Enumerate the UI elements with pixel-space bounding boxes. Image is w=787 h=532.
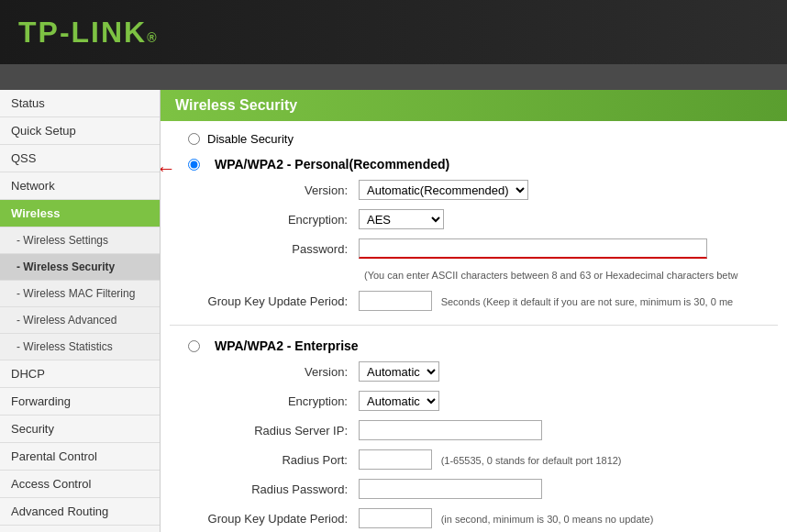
group-key-input-enterprise[interactable]: 0 [359,508,432,528]
version-row-personal: Version: Automatic(Recommended) WPA WPA2 [188,175,787,205]
sidebar-item-wireless[interactable]: Wireless [0,200,160,227]
version-select-enterprise[interactable]: Automatic WPA WPA2 [359,361,439,382]
wpa-personal-label: WPA/WPA2 - Personal(Recommended) [215,157,449,172]
password-row: Password: [188,234,787,263]
sidebar-item-wireless-statistics[interactable]: - Wireless Statistics [0,334,160,360]
version-row-enterprise: Version: Automatic WPA WPA2 [188,357,787,386]
version-label-enterprise: Version: [188,357,353,386]
radius-port-label: Radius Port: [188,445,353,474]
radius-password-input[interactable] [359,479,542,499]
sidebar-item-qss[interactable]: QSS [0,145,160,172]
sidebar-item-security[interactable]: Security [0,416,160,443]
disable-security-label: Disable Security [207,132,294,146]
sidebar: StatusQuick SetupQSSNetworkWireless- Wir… [0,90,161,532]
form-content: Disable Security ← WPA/WPA2 - Personal(R… [161,132,787,532]
radius-group-key-hint: (in second, minimum is 30, 0 means no up… [436,514,654,525]
content-area: Wireless Security Disable Security ← WPA… [161,90,787,532]
radius-server-ip-input[interactable] [359,420,542,440]
wpa-enterprise-radio[interactable] [188,340,200,352]
radius-password-label: Radius Password: [188,474,353,504]
encryption-select-personal[interactable]: AES TKIP AES+TKIP [359,209,444,229]
page-title-bar: Wireless Security [161,90,787,121]
password-hint-row: (You can enter ASCII characters between … [188,263,787,286]
group-key-hint-personal: Seconds (Keep it default if you are not … [436,296,734,307]
arrow-indicator: ← [161,157,176,181]
sidebar-item-status[interactable]: Status [0,90,160,117]
wpa-personal-table: Version: Automatic(Recommended) WPA WPA2… [188,175,787,316]
section-divider [170,325,778,326]
wpa-personal-radio[interactable] [188,159,200,171]
sidebar-item-forwarding[interactable]: Forwarding [0,388,160,416]
page-title: Wireless Security [175,97,297,113]
radius-server-ip-row: Radius Server IP: [188,416,787,445]
sidebar-item-access-control[interactable]: Access Control [0,471,160,498]
sidebar-item-wireless-settings[interactable]: - Wireless Settings [0,227,160,254]
radius-password-row: Radius Password: [188,474,787,504]
logo: TP-LINK® [18,16,159,50]
logo-tm: ® [147,30,158,45]
wpa-enterprise-label: WPA/WPA2 - Enterprise [215,338,359,353]
sidebar-item-bandwidth-control[interactable]: Bandwidth Control [0,526,160,532]
disable-security-row: Disable Security [170,132,778,153]
password-label: Password: [188,234,353,263]
sidebar-item-parental-control[interactable]: Parental Control [0,443,160,471]
sidebar-item-wireless-security[interactable]: - Wireless Security [0,254,160,281]
version-label-personal: Version: [188,175,353,205]
group-key-label-enterprise: Group Key Update Period: [188,504,353,532]
radius-server-ip-label: Radius Server IP: [188,416,353,445]
encryption-select-enterprise[interactable]: Automatic AES TKIP [359,391,439,411]
password-input[interactable] [359,238,707,259]
encryption-label-personal: Encryption: [188,205,353,234]
version-select-personal[interactable]: Automatic(Recommended) WPA WPA2 [359,180,528,200]
sidebar-item-network[interactable]: Network [0,172,160,200]
group-key-row-personal: Group Key Update Period: 0 Seconds (Keep… [188,286,787,316]
sidebar-item-dhcp[interactable]: DHCP [0,360,160,388]
logo-text: TP-LINK [18,16,147,49]
group-key-label-personal: Group Key Update Period: [188,286,353,316]
main-layout: StatusQuick SetupQSSNetworkWireless- Wir… [0,90,787,532]
encryption-row-enterprise: Encryption: Automatic AES TKIP [188,386,787,416]
sidebar-item-wireless-advanced[interactable]: - Wireless Advanced [0,307,160,334]
sidebar-item-wireless-mac-filtering[interactable]: - Wireless MAC Filtering [0,281,160,307]
header: TP-LINK® [0,0,787,64]
radius-port-hint: (1-65535, 0 stands for default port 1812… [436,455,622,466]
radius-port-input[interactable]: 1812 [359,449,432,470]
group-key-row-enterprise: Group Key Update Period: 0 (in second, m… [188,504,787,532]
disable-security-radio[interactable] [188,133,200,145]
nav-bar [0,64,787,90]
radius-port-row: Radius Port: 1812 (1-65535, 0 stands for… [188,445,787,474]
encryption-row-personal: Encryption: AES TKIP AES+TKIP [188,205,787,234]
password-hint: (You can enter ASCII characters between … [359,270,737,281]
group-key-input-personal[interactable]: 0 [359,291,432,311]
sidebar-item-quick-setup[interactable]: Quick Setup [0,117,160,145]
wpa-enterprise-table: Version: Automatic WPA WPA2 Encryption: … [188,357,787,532]
sidebar-item-advanced-routing[interactable]: Advanced Routing [0,498,160,526]
encryption-label-enterprise: Encryption: [188,386,353,416]
